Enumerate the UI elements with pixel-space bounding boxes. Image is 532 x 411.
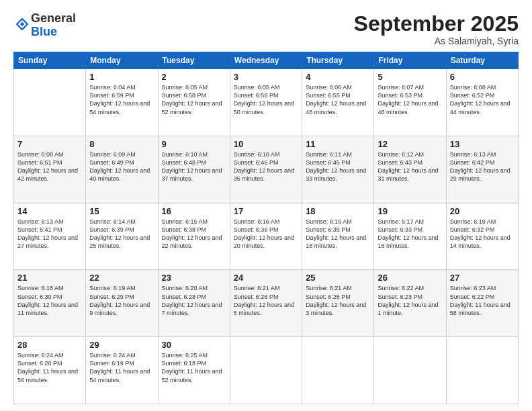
day-number: 10 [234,139,298,149]
calendar-cell: 14Sunrise: 6:13 AMSunset: 6:41 PMDayligh… [14,203,86,270]
day-number: 5 [378,72,442,82]
day-number: 24 [234,273,298,283]
cell-info: Sunrise: 6:13 AMSunset: 6:41 PMDaylight:… [17,218,82,250]
calendar-header-row: Sunday Monday Tuesday Wednesday Thursday… [14,52,519,69]
logo-icon [15,17,30,32]
col-monday: Monday [86,52,158,69]
cell-info: Sunrise: 6:23 AMSunset: 6:22 PMDaylight:… [450,284,515,317]
calendar-cell [14,69,86,136]
calendar-cell: 9Sunrise: 6:10 AMSunset: 6:48 PMDaylight… [158,136,230,203]
calendar-cell: 18Sunrise: 6:16 AMSunset: 6:35 PMDayligh… [302,203,374,270]
day-number: 9 [162,139,226,149]
calendar-week-3: 14Sunrise: 6:13 AMSunset: 6:41 PMDayligh… [14,203,519,270]
calendar-cell: 17Sunrise: 6:16 AMSunset: 6:36 PMDayligh… [230,203,302,270]
cell-info: Sunrise: 6:21 AMSunset: 6:25 PMDaylight:… [306,284,370,317]
day-number: 20 [450,206,515,216]
calendar-cell: 26Sunrise: 6:22 AMSunset: 6:23 PMDayligh… [374,270,446,337]
day-number: 4 [306,72,370,82]
calendar-body: 1Sunrise: 6:04 AMSunset: 6:59 PMDaylight… [14,69,519,404]
cell-info: Sunrise: 6:06 AMSunset: 6:55 PMDaylight:… [306,83,370,116]
calendar-cell: 21Sunrise: 6:18 AMSunset: 6:30 PMDayligh… [14,270,86,337]
cell-info: Sunrise: 6:16 AMSunset: 6:35 PMDaylight:… [306,218,370,250]
day-number: 21 [17,273,82,283]
cell-info: Sunrise: 6:17 AMSunset: 6:33 PMDaylight:… [378,218,442,250]
day-number: 13 [450,139,515,149]
calendar-cell: 25Sunrise: 6:21 AMSunset: 6:25 PMDayligh… [302,270,374,337]
day-number: 26 [378,273,442,283]
day-number: 7 [17,139,82,149]
calendar-cell: 30Sunrise: 6:25 AMSunset: 6:18 PMDayligh… [158,337,230,404]
cell-info: Sunrise: 6:04 AMSunset: 6:59 PMDaylight:… [89,83,154,116]
day-number: 6 [450,72,515,82]
day-number: 30 [162,340,226,350]
header: General Blue September 2025 As Salamiyah… [13,12,519,46]
day-number: 12 [378,139,442,149]
cell-info: Sunrise: 6:09 AMSunset: 6:49 PMDaylight:… [89,150,154,183]
day-number: 1 [89,72,154,82]
col-sunday: Sunday [14,52,86,69]
cell-info: Sunrise: 6:10 AMSunset: 6:48 PMDaylight:… [162,150,226,183]
calendar-cell: 16Sunrise: 6:15 AMSunset: 6:38 PMDayligh… [158,203,230,270]
day-number: 28 [17,340,82,350]
cell-info: Sunrise: 6:12 AMSunset: 6:43 PMDaylight:… [378,150,442,183]
calendar-cell [446,337,518,404]
calendar-cell: 22Sunrise: 6:19 AMSunset: 6:29 PMDayligh… [86,270,158,337]
calendar-cell: 5Sunrise: 6:07 AMSunset: 6:53 PMDaylight… [374,69,446,136]
calendar-cell: 4Sunrise: 6:06 AMSunset: 6:55 PMDaylight… [302,69,374,136]
day-number: 15 [89,206,154,216]
logo-blue: Blue [31,25,57,38]
day-number: 27 [450,273,515,283]
calendar-cell: 24Sunrise: 6:21 AMSunset: 6:26 PMDayligh… [230,270,302,337]
calendar-week-5: 28Sunrise: 6:24 AMSunset: 6:20 PMDayligh… [14,337,519,404]
calendar-cell [230,337,302,404]
calendar-week-2: 7Sunrise: 6:08 AMSunset: 6:51 PMDaylight… [14,136,519,203]
day-number: 23 [162,273,226,283]
calendar-cell: 19Sunrise: 6:17 AMSunset: 6:33 PMDayligh… [374,203,446,270]
col-tuesday: Tuesday [158,52,230,69]
cell-info: Sunrise: 6:08 AMSunset: 6:52 PMDaylight:… [450,83,515,116]
calendar: Sunday Monday Tuesday Wednesday Thursday… [13,52,519,404]
calendar-cell: 6Sunrise: 6:08 AMSunset: 6:52 PMDaylight… [446,69,518,136]
calendar-cell: 8Sunrise: 6:09 AMSunset: 6:49 PMDaylight… [86,136,158,203]
calendar-cell: 1Sunrise: 6:04 AMSunset: 6:59 PMDaylight… [86,69,158,136]
day-number: 8 [89,139,154,149]
day-number: 16 [162,206,226,216]
calendar-cell: 28Sunrise: 6:24 AMSunset: 6:20 PMDayligh… [14,337,86,404]
cell-info: Sunrise: 6:22 AMSunset: 6:23 PMDaylight:… [378,284,442,317]
cell-info: Sunrise: 6:24 AMSunset: 6:20 PMDaylight:… [17,351,82,384]
cell-info: Sunrise: 6:10 AMSunset: 6:46 PMDaylight:… [234,150,298,183]
day-number: 17 [234,206,298,216]
cell-info: Sunrise: 6:21 AMSunset: 6:26 PMDaylight:… [234,284,298,317]
calendar-cell: 20Sunrise: 6:18 AMSunset: 6:32 PMDayligh… [446,203,518,270]
calendar-cell [374,337,446,404]
cell-info: Sunrise: 6:13 AMSunset: 6:42 PMDaylight:… [450,150,515,183]
cell-info: Sunrise: 6:19 AMSunset: 6:29 PMDaylight:… [89,284,154,317]
page: General Blue September 2025 As Salamiyah… [0,0,532,411]
col-friday: Friday [374,52,446,69]
cell-info: Sunrise: 6:20 AMSunset: 6:28 PMDaylight:… [162,284,226,317]
calendar-week-4: 21Sunrise: 6:18 AMSunset: 6:30 PMDayligh… [14,270,519,337]
calendar-cell: 3Sunrise: 6:05 AMSunset: 6:56 PMDaylight… [230,69,302,136]
day-number: 25 [306,273,370,283]
day-number: 2 [162,72,226,82]
cell-info: Sunrise: 6:05 AMSunset: 6:58 PMDaylight:… [162,83,226,116]
cell-info: Sunrise: 6:24 AMSunset: 6:19 PMDaylight:… [89,351,154,384]
col-thursday: Thursday [302,52,374,69]
month-title: September 2025 [354,12,519,36]
day-number: 11 [306,139,370,149]
day-number: 14 [17,206,82,216]
day-number: 3 [234,72,298,82]
day-number: 29 [89,340,154,350]
cell-info: Sunrise: 6:18 AMSunset: 6:30 PMDaylight:… [17,284,82,317]
calendar-cell: 7Sunrise: 6:08 AMSunset: 6:51 PMDaylight… [14,136,86,203]
cell-info: Sunrise: 6:14 AMSunset: 6:39 PMDaylight:… [89,218,154,250]
cell-info: Sunrise: 6:16 AMSunset: 6:36 PMDaylight:… [234,218,298,250]
logo-text: General Blue [31,12,76,39]
calendar-cell: 11Sunrise: 6:11 AMSunset: 6:45 PMDayligh… [302,136,374,203]
cell-info: Sunrise: 6:11 AMSunset: 6:45 PMDaylight:… [306,150,370,183]
cell-info: Sunrise: 6:07 AMSunset: 6:53 PMDaylight:… [378,83,442,116]
calendar-cell: 12Sunrise: 6:12 AMSunset: 6:43 PMDayligh… [374,136,446,203]
cell-info: Sunrise: 6:25 AMSunset: 6:18 PMDaylight:… [162,351,226,384]
calendar-cell: 29Sunrise: 6:24 AMSunset: 6:19 PMDayligh… [86,337,158,404]
calendar-cell: 27Sunrise: 6:23 AMSunset: 6:22 PMDayligh… [446,270,518,337]
